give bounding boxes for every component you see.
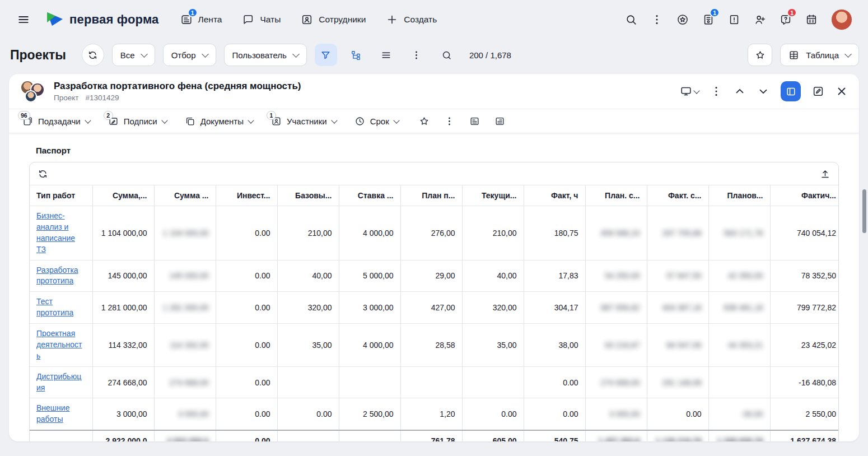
main-nav: 1 Лента Чаты Сотрудники Создать bbox=[180, 13, 437, 26]
value-cell: 0.00 bbox=[647, 398, 708, 430]
passport-table-body: Бизнес-анализ и написание ТЗ1 104 000,00… bbox=[30, 206, 839, 431]
prev-record-button[interactable] bbox=[734, 85, 746, 97]
value-cell: 404 387,18 bbox=[647, 292, 708, 324]
totals-cell: 2 922 000,0 bbox=[92, 430, 154, 441]
work-type-link[interactable]: Тест прототипа bbox=[36, 297, 73, 317]
user-avatar[interactable] bbox=[831, 9, 852, 30]
view-mode-dropdown[interactable]: Таблица bbox=[780, 44, 859, 66]
star-tab-icon[interactable] bbox=[419, 116, 430, 127]
table-row: Дистрибьюция274 668,00274 668,000.000.00… bbox=[30, 366, 839, 398]
page-scrollbar-thumb[interactable] bbox=[862, 189, 866, 233]
nav-item-chats[interactable]: Чаты bbox=[242, 13, 281, 26]
brand-logo[interactable]: первая форма bbox=[46, 11, 159, 28]
column-header[interactable]: План. с... bbox=[585, 185, 647, 206]
edit-button[interactable] bbox=[812, 85, 824, 97]
work-type-link[interactable]: Разработка прототипа bbox=[36, 266, 78, 286]
work-type-link[interactable]: Бизнес-анализ и написание ТЗ bbox=[36, 211, 75, 254]
column-header[interactable]: Фактич... bbox=[770, 185, 839, 206]
favorites-star-icon[interactable] bbox=[676, 13, 689, 26]
tabbar-kebab-icon[interactable] bbox=[444, 116, 455, 127]
notes-left-icon[interactable] bbox=[469, 116, 480, 127]
project-avatars[interactable] bbox=[20, 79, 46, 104]
tab-label: Срок bbox=[370, 117, 389, 126]
next-record-button[interactable] bbox=[757, 85, 769, 97]
clock-icon bbox=[354, 116, 365, 127]
value-cell: 54 250,00 bbox=[585, 260, 647, 292]
column-header[interactable]: Сумма,... bbox=[92, 185, 154, 206]
favorite-view-button[interactable] bbox=[748, 44, 772, 66]
table-refresh-icon[interactable] bbox=[38, 169, 48, 179]
work-type-link[interactable]: Дистрибьюция bbox=[36, 372, 81, 392]
column-header[interactable]: Текущи... bbox=[462, 185, 524, 206]
column-header[interactable]: Планов... bbox=[708, 185, 770, 206]
report-icon[interactable] bbox=[728, 13, 740, 26]
toolbar-search-button[interactable] bbox=[436, 44, 458, 66]
card-kebab-button[interactable] bbox=[710, 85, 722, 97]
filter-funnel-button[interactable] bbox=[315, 44, 337, 66]
search-icon[interactable] bbox=[625, 13, 637, 26]
nav-item-label: Создать bbox=[404, 15, 437, 25]
notes-right-icon[interactable] bbox=[494, 116, 505, 127]
table-row: Бизнес-анализ и написание ТЗ1 104 000,00… bbox=[30, 206, 839, 260]
value-cell: 38,00 bbox=[524, 324, 585, 367]
chevron-down-icon bbox=[844, 50, 852, 58]
tab-label: Документы bbox=[200, 117, 244, 126]
plus-icon bbox=[386, 13, 398, 26]
column-header[interactable]: Сумма ... bbox=[154, 185, 216, 206]
column-header[interactable]: Факт, ч bbox=[524, 185, 585, 206]
value-cell: 35,00 bbox=[277, 324, 339, 367]
nav-item-employees[interactable]: Сотрудники bbox=[301, 13, 366, 26]
table-view-icon bbox=[788, 50, 799, 61]
column-header[interactable]: Тип работ bbox=[30, 185, 92, 206]
tab-participants[interactable]: 1 Участники bbox=[271, 116, 337, 127]
nav-item-feed[interactable]: 1 Лента bbox=[180, 13, 222, 26]
menu-icon[interactable] bbox=[13, 10, 34, 30]
value-cell: 1 104 000,00 bbox=[92, 206, 154, 260]
value-cell: 0.00 bbox=[216, 366, 277, 398]
totals-cell: 1 457 383,8 bbox=[585, 430, 647, 441]
toolbar-kebab-button[interactable] bbox=[405, 44, 428, 66]
work-type-cell: Внешние работы bbox=[30, 398, 92, 430]
column-header[interactable]: План п... bbox=[400, 185, 462, 206]
project-header: Разработка портативного фена (средняя мо… bbox=[9, 74, 859, 109]
work-type-link[interactable]: Проектная деятельность bbox=[36, 329, 82, 360]
value-cell: 78 352,50 bbox=[770, 260, 839, 292]
selection-dropdown[interactable]: Отбор bbox=[163, 44, 216, 66]
user-dropdown[interactable]: Пользователь bbox=[224, 44, 307, 66]
feed-badge: 1 bbox=[188, 8, 198, 17]
work-type-cell: Разработка прототипа bbox=[30, 260, 92, 292]
add-employee-icon[interactable] bbox=[754, 13, 766, 26]
value-cell: 1 281 000,00 bbox=[154, 292, 216, 324]
filter-all-dropdown[interactable]: Все bbox=[112, 44, 155, 66]
chevron-down-icon bbox=[393, 117, 399, 123]
kebab-menu-icon[interactable] bbox=[651, 13, 663, 26]
chevron-down-icon bbox=[331, 117, 337, 123]
table-export-icon[interactable] bbox=[820, 169, 830, 179]
help-icon[interactable]: 1 bbox=[780, 13, 792, 26]
display-mode-button[interactable] bbox=[680, 85, 699, 97]
refresh-button[interactable] bbox=[82, 44, 104, 66]
tab-signatures[interactable]: 2 Подписи bbox=[108, 116, 167, 127]
totals-cell: 2 922 000,0 bbox=[154, 430, 216, 441]
close-icon[interactable] bbox=[836, 85, 848, 97]
list-view-button[interactable] bbox=[375, 44, 398, 66]
value-cell: 145 000,00 bbox=[92, 260, 154, 292]
side-panel-toggle-active[interactable] bbox=[781, 81, 801, 101]
nav-item-label: Чаты bbox=[260, 15, 281, 25]
column-header[interactable]: Инвест... bbox=[216, 185, 277, 206]
tab-deadline[interactable]: Срок bbox=[354, 116, 399, 127]
approvals-icon[interactable]: 1 bbox=[702, 13, 715, 26]
tab-subtasks[interactable]: 96 Подзадачи bbox=[22, 116, 90, 127]
hierarchy-view-button[interactable] bbox=[345, 44, 367, 66]
column-header[interactable]: Ставка ... bbox=[339, 185, 400, 206]
calendar-icon[interactable] bbox=[805, 13, 818, 26]
value-cell: 0.00 bbox=[524, 398, 585, 430]
work-type-link[interactable]: Внешние работы bbox=[36, 403, 69, 424]
column-header[interactable]: Факт. с... bbox=[647, 185, 708, 206]
value-cell: 17,83 bbox=[524, 260, 585, 292]
value-cell: 28,58 bbox=[400, 324, 462, 367]
value-cell: 180,75 bbox=[524, 206, 585, 260]
nav-item-create[interactable]: Создать bbox=[386, 13, 437, 26]
column-header[interactable]: Базовы... bbox=[277, 185, 339, 206]
tab-documents[interactable]: Документы bbox=[185, 116, 253, 127]
